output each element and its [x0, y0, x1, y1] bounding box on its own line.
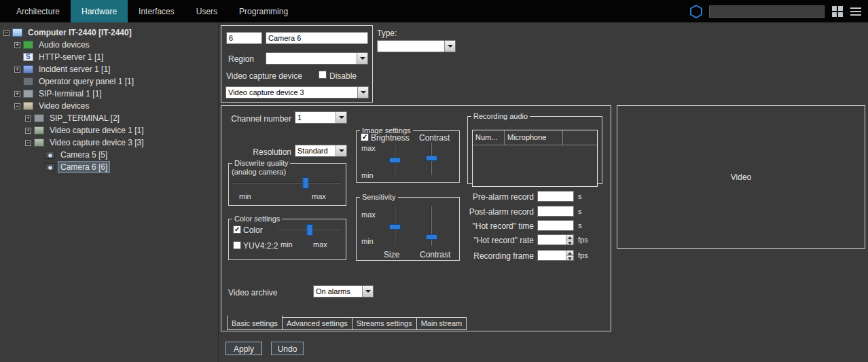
device-name-input[interactable] [266, 32, 368, 44]
tree-expander[interactable] [25, 140, 31, 146]
color-settings-legend: Color settings [232, 215, 282, 223]
sensitivity-legend: Sensitivity [360, 193, 398, 201]
tree-item-camera-6[interactable]: Camera 6 [6] [0, 161, 218, 173]
menu-item-users[interactable]: Users [185, 0, 228, 22]
slider-thumb[interactable] [426, 234, 437, 240]
hot-record-time-input[interactable] [538, 221, 573, 230]
pre-alarm-record-field [537, 191, 574, 202]
sensitivity-size-slider[interactable] [389, 206, 401, 246]
dropdown-arrow-icon [336, 112, 346, 123]
tree-expander[interactable] [14, 103, 20, 109]
tree-expander[interactable] [25, 128, 31, 134]
sensitivity-contrast-slider[interactable] [426, 206, 437, 246]
disable-label: Disable [329, 71, 357, 81]
content-area: Computer IT-2440 [IT-2440] Audio devices… [0, 22, 868, 362]
menu-item-interfaces[interactable]: Interfaces [128, 0, 185, 22]
tree-item-capture-device-3[interactable]: Video capture device 3 [3] [0, 137, 218, 149]
slider-thumb[interactable] [303, 177, 309, 189]
spin-down-icon[interactable] [566, 240, 573, 245]
image-contrast-slider[interactable] [426, 143, 437, 175]
pre-alarm-record-input[interactable] [538, 192, 573, 201]
slider-thumb[interactable] [426, 156, 437, 161]
main-menu: Architecture Hardware Interfaces Users P… [0, 0, 299, 22]
spin-up-icon[interactable] [566, 251, 573, 256]
tree-item-label: Operator query panel 1 [1] [37, 76, 136, 87]
tab-streams-settings[interactable]: Streams settings [352, 317, 417, 330]
menu-item-programming[interactable]: Programming [228, 0, 299, 22]
hot-record-time-row: "Hot record" time s [439, 220, 605, 232]
discwrite-quality-legend: Discwrite quality [232, 159, 290, 167]
layout-grid-icon[interactable] [830, 4, 845, 19]
brightness-label: Brightness [371, 133, 410, 143]
tree-expander[interactable] [25, 115, 31, 122]
device-id-input[interactable] [226, 32, 262, 44]
tree-expander[interactable] [14, 67, 20, 73]
spinner [566, 251, 573, 260]
menu-item-architecture[interactable]: Architecture [5, 0, 71, 22]
slider-groove [233, 182, 342, 183]
tab-advanced-settings[interactable]: Advanced settings [282, 317, 352, 330]
audio-devices-icon [23, 41, 33, 49]
tree-item-incident-server[interactable]: Incident server 1 [1] [0, 63, 218, 75]
brightness-slider[interactable] [389, 143, 401, 175]
tree-item-audio-devices[interactable]: Audio devices [0, 39, 218, 51]
recording-frame-label: Recording frame [439, 251, 534, 261]
topbar-right [689, 0, 868, 22]
type-combo[interactable] [377, 40, 456, 52]
channel-number-label: Channel number [227, 114, 291, 124]
tree-item-video-devices[interactable]: Video devices [0, 100, 218, 112]
post-alarm-record-input[interactable] [538, 206, 573, 216]
image-settings-group: Image settings Brightness Contrast max m… [356, 126, 460, 183]
post-alarm-record-row: Post-alarm record s [439, 206, 605, 218]
capture-device-combo[interactable]: Video capture device 3 [225, 86, 369, 98]
tab-main-stream[interactable]: Main stream [416, 317, 467, 330]
spin-down-icon[interactable] [566, 256, 573, 261]
menubar: Architecture Hardware Interfaces Users P… [0, 0, 868, 22]
tree-expander[interactable] [14, 42, 20, 48]
tab-basic-settings[interactable]: Basic settings [227, 315, 283, 330]
region-combo[interactable] [266, 52, 368, 65]
video-preview-panel: Video [617, 105, 865, 249]
tree-item-sip-terminal-device[interactable]: SIP_TERMINAL [2] [0, 112, 218, 124]
column-header-num[interactable]: Num... [473, 130, 505, 145]
menu-item-hardware[interactable]: Hardware [71, 0, 128, 22]
discwrite-quality-slider[interactable] [233, 177, 342, 189]
tree-expander[interactable] [3, 30, 10, 36]
capture-device-icon [34, 139, 44, 147]
post-alarm-record-field [537, 206, 574, 217]
color-slider[interactable] [278, 224, 342, 236]
tree-item-computer[interactable]: Computer IT-2440 [IT-2440] [0, 26, 218, 39]
recording-audio-table: Num... Microphone [472, 130, 598, 187]
max-label: max [361, 144, 376, 152]
apply-button[interactable]: Apply [225, 342, 262, 355]
search-input[interactable] [709, 5, 825, 18]
tree-item-capture-device-1[interactable]: Video capture device 1 [1] [0, 124, 218, 137]
min-label: min [361, 171, 374, 179]
tree-expander[interactable] [14, 91, 20, 97]
tree-item-camera-5[interactable]: Camera 5 [5] [0, 149, 218, 161]
settings-tabs: Basic settings Advanced settings Streams… [227, 315, 467, 330]
slider-thumb[interactable] [389, 158, 401, 163]
channel-number-combo[interactable]: 1 [295, 111, 347, 124]
max-label: max [312, 192, 326, 200]
color-checkbox[interactable] [233, 225, 241, 234]
tree-item-sip-terminal[interactable]: SIP-terminal 1 [1] [0, 88, 218, 100]
unit-label: s [578, 192, 582, 200]
computer-icon [12, 29, 22, 37]
column-header-microphone[interactable]: Microphone [505, 130, 563, 145]
disable-checkbox[interactable] [319, 71, 327, 79]
spin-up-icon[interactable] [566, 235, 573, 240]
tree-item-http-server[interactable]: HTTP-server 1 [1] [0, 51, 218, 63]
yuv-label: YUV4:2:2 [243, 241, 278, 251]
slider-thumb[interactable] [389, 224, 401, 230]
undo-button[interactable]: Undo [271, 342, 304, 355]
tree-item-operator-query-panel[interactable]: Operator query panel 1 [1] [0, 75, 218, 88]
slider-thumb[interactable] [307, 224, 313, 236]
brightness-checkbox[interactable] [361, 133, 369, 141]
recording-audio-group: Recording audio Num... Microphone [467, 112, 602, 184]
video-archive-combo[interactable]: On alarms [313, 285, 374, 297]
resolution-combo[interactable]: Standard [295, 145, 347, 157]
tree-item-label: Video devices [37, 101, 92, 111]
yuv-checkbox[interactable] [233, 241, 241, 249]
hamburger-menu-icon[interactable] [850, 4, 861, 19]
